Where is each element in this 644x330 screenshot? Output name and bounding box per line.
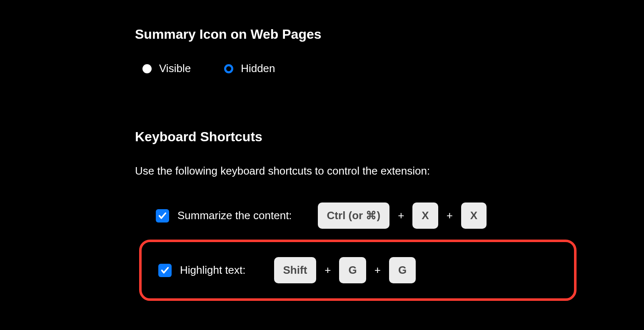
radio-icon bbox=[224, 64, 233, 73]
checkbox-summarize[interactable] bbox=[156, 209, 169, 222]
key-ctrl: Ctrl (or ⌘) bbox=[318, 202, 390, 229]
shortcuts-subtitle: Use the following keyboard shortcuts to … bbox=[135, 165, 644, 178]
checkbox-highlight[interactable] bbox=[158, 264, 172, 277]
highlighted-shortcut-box: Highlight text: Shift + G + G bbox=[139, 240, 577, 301]
shortcut-row-summarize: Summarize the content: Ctrl (or ⌘) + X +… bbox=[135, 202, 644, 229]
plus-separator: + bbox=[398, 209, 404, 222]
key-shift: Shift bbox=[274, 257, 317, 283]
key-x-1: X bbox=[412, 202, 438, 229]
shortcut-row-highlight: Highlight text: Shift + G + G bbox=[142, 257, 557, 283]
check-icon bbox=[158, 211, 167, 220]
key-x-2: X bbox=[461, 202, 487, 229]
key-g-2: G bbox=[389, 257, 416, 283]
section-title-summary-icon: Summary Icon on Web Pages bbox=[135, 27, 644, 42]
plus-separator: + bbox=[374, 264, 381, 277]
radio-label-visible: Visible bbox=[159, 62, 191, 75]
plus-separator: + bbox=[447, 209, 453, 222]
shortcut-label-summarize: Summarize the content: bbox=[177, 209, 292, 222]
radio-option-visible[interactable]: Visible bbox=[142, 62, 191, 75]
plus-separator: + bbox=[324, 264, 331, 277]
check-icon bbox=[160, 266, 170, 275]
radio-option-hidden[interactable]: Hidden bbox=[224, 62, 275, 75]
radio-label-hidden: Hidden bbox=[241, 62, 275, 75]
section-title-keyboard-shortcuts: Keyboard Shortcuts bbox=[135, 129, 644, 145]
radio-group-visibility: Visible Hidden bbox=[135, 62, 644, 75]
radio-icon bbox=[142, 64, 152, 73]
key-g-1: G bbox=[339, 257, 366, 283]
shortcut-label-highlight: Highlight text: bbox=[180, 264, 246, 277]
